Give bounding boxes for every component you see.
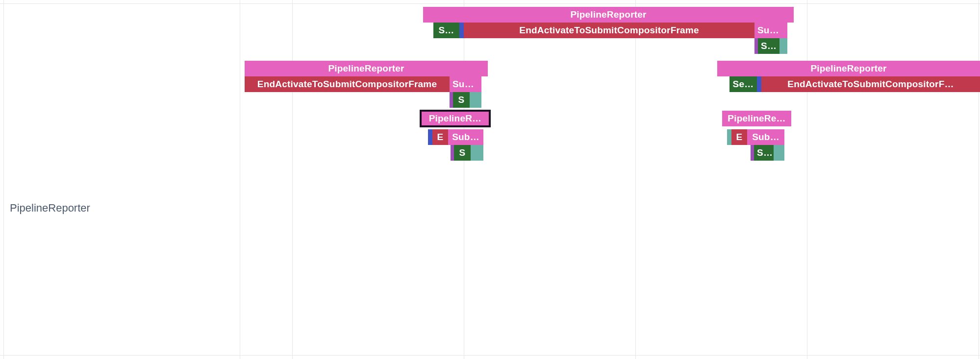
trace-slice[interactable]: S: [453, 92, 470, 108]
trace-slice[interactable]: E: [731, 129, 747, 145]
trace-slice[interactable]: [774, 145, 784, 161]
trace-slice[interactable]: EndActivateToSubmitCompositorFrame: [245, 76, 450, 92]
trace-slice[interactable]: [779, 38, 787, 54]
trace-slice[interactable]: [470, 92, 481, 108]
trace-slice[interactable]: S…: [758, 38, 779, 54]
trace-slice[interactable]: [471, 145, 483, 161]
time-grid: [0, 0, 980, 359]
trace-slice[interactable]: Se…: [729, 76, 757, 92]
trace-slice[interactable]: EndActivateToSubmitCompositorFrame: [464, 23, 754, 38]
trace-slice[interactable]: Sub…: [754, 23, 787, 38]
trace-slice[interactable]: PipelineReporter: [245, 61, 488, 76]
track-label: PipelineReporter: [10, 202, 90, 215]
trace-slice[interactable]: S…: [754, 145, 774, 161]
trace-slice[interactable]: EndActivateToSubmitCompositorF…: [761, 76, 980, 92]
trace-slice[interactable]: S…: [433, 23, 459, 38]
trace-slice[interactable]: Sub…: [450, 76, 481, 92]
trace-slice[interactable]: S: [454, 145, 471, 161]
trace-slice[interactable]: Sub…: [747, 129, 784, 145]
trace-slice[interactable]: PipelineRe…: [722, 111, 791, 126]
trace-slice[interactable]: Sub…: [448, 129, 483, 145]
trace-slice[interactable]: PipelineR…: [421, 111, 490, 126]
trace-slice[interactable]: E: [432, 129, 448, 145]
trace-slice[interactable]: PipelineReporter: [717, 61, 980, 76]
trace-slice[interactable]: PipelineReporter: [423, 7, 794, 23]
